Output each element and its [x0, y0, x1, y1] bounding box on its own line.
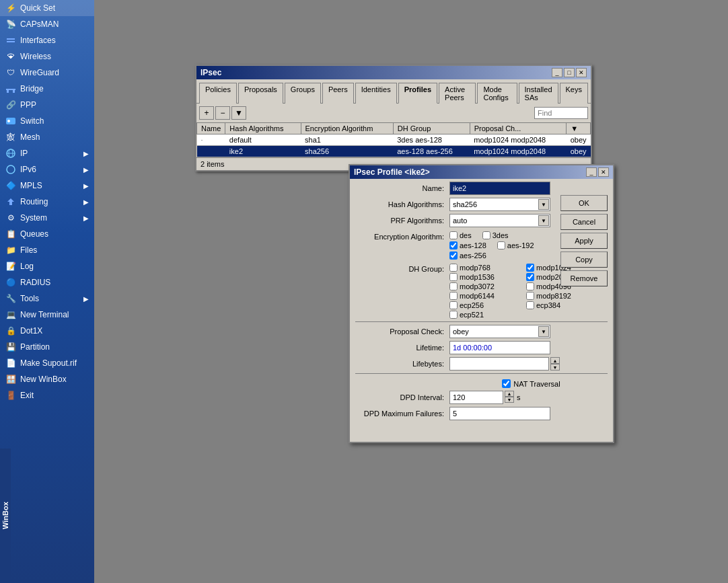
profile-close-button[interactable]: ✕ — [598, 167, 609, 177]
dh-modp3072-label[interactable]: modp3072 — [449, 282, 523, 290]
dh-modp768-label[interactable]: modp768 — [449, 264, 523, 272]
sidebar-item-make-supout[interactable]: 📄 Make Supout.rif — [0, 355, 94, 371]
enc-aes128-label[interactable]: aes-128 — [449, 241, 486, 249]
enc-aes256-checkbox[interactable] — [449, 251, 458, 260]
remove-profile-button[interactable]: Remove — [560, 270, 608, 286]
cancel-button[interactable]: Cancel — [560, 214, 608, 230]
sidebar-item-switch[interactable]: Switch — [0, 113, 94, 129]
sidebar-item-ipv6[interactable]: IPv6 ▶ — [0, 161, 94, 178]
sidebar-item-mesh[interactable]: 🕸 Mesh — [0, 129, 94, 145]
remove-button[interactable]: − — [215, 106, 230, 120]
enc-aes192-label[interactable]: aes-192 — [497, 241, 534, 249]
restore-button[interactable]: □ — [564, 68, 575, 77]
sidebar-item-routing[interactable]: Routing ▶ — [0, 194, 94, 210]
col-name-header[interactable]: Name — [197, 123, 225, 134]
sidebar-item-wireless[interactable]: Wireless — [0, 48, 94, 65]
dpd-interval-up[interactable]: ▲ — [505, 391, 514, 397]
sidebar-item-system[interactable]: ⚙ System ▶ — [0, 210, 94, 226]
table-row[interactable]: ike2 sha256 aes-128 aes-256 modp1024 mod… — [197, 146, 591, 157]
lifetime-input[interactable] — [449, 341, 550, 354]
name-input[interactable] — [449, 182, 550, 195]
minimize-button[interactable]: _ — [552, 68, 562, 77]
find-input[interactable] — [534, 107, 588, 119]
enc-aes256-label[interactable]: aes-256 — [449, 251, 486, 260]
hash-algorithms-select[interactable]: sha256 sha1 md5 sha512 — [449, 198, 550, 211]
enc-3des-label[interactable]: 3des — [482, 231, 509, 239]
enc-3des-checkbox[interactable] — [482, 231, 490, 239]
dpd-interval-down[interactable]: ▼ — [505, 397, 514, 403]
col-hash-header[interactable]: Hash Algorithms — [225, 123, 301, 134]
enc-aes192-checkbox[interactable] — [497, 241, 505, 249]
dh-modp4096-checkbox[interactable] — [526, 282, 534, 290]
dh-modp8192-label[interactable]: modp8192 — [526, 292, 600, 300]
sidebar-item-interfaces[interactable]: Interfaces — [0, 32, 94, 48]
tab-installed-sas[interactable]: Installed SAs — [519, 83, 558, 104]
close-button[interactable]: ✕ — [576, 68, 587, 77]
dh-modp1536-label[interactable]: modp1536 — [449, 273, 523, 281]
prf-algorithms-select[interactable]: auto sha1 sha256 — [449, 214, 550, 227]
dh-modp1024-checkbox[interactable] — [526, 264, 534, 272]
lifebytes-down[interactable]: ▼ — [550, 364, 560, 371]
sidebar-item-log[interactable]: 📝 Log — [0, 258, 94, 274]
sidebar-item-radius[interactable]: 🔵 RADIUS — [0, 274, 94, 290]
dh-modp8192-checkbox[interactable] — [526, 292, 534, 300]
lifebytes-input[interactable] — [449, 357, 549, 371]
dh-modp6144-checkbox[interactable] — [449, 292, 458, 300]
col-extra-header[interactable]: ▼ — [567, 123, 591, 134]
filter-button[interactable]: ▼ — [231, 106, 246, 120]
sidebar-item-wireguard[interactable]: 🛡 WireGuard — [0, 65, 94, 81]
dh-modp768-checkbox[interactable] — [449, 264, 458, 272]
enc-des-label[interactable]: des — [449, 231, 472, 239]
tab-proposals[interactable]: Proposals — [238, 83, 283, 104]
dh-ecp384-label[interactable]: ecp384 — [526, 301, 600, 309]
enc-des-checkbox[interactable] — [449, 231, 458, 239]
sidebar-item-ppp[interactable]: 🔗 PPP — [0, 97, 94, 113]
dpd-max-failures-input[interactable] — [449, 407, 550, 420]
tab-peers[interactable]: Peers — [322, 83, 354, 104]
tab-keys[interactable]: Keys — [560, 83, 588, 104]
dh-modp1536-checkbox[interactable] — [449, 273, 458, 281]
table-row[interactable]: · default sha1 3des aes-128 modp1024 mod… — [197, 134, 591, 146]
sidebar-item-bridge[interactable]: Bridge — [0, 81, 94, 97]
tab-mode-configs[interactable]: Mode Configs — [477, 83, 517, 104]
sidebar-item-ip[interactable]: IP ▶ — [0, 145, 94, 161]
tab-identities[interactable]: Identities — [355, 83, 397, 104]
tab-active-peers[interactable]: Active Peers — [439, 83, 476, 104]
lifebytes-up[interactable]: ▲ — [550, 357, 560, 364]
enc-aes128-checkbox[interactable] — [449, 241, 458, 249]
sidebar-item-files[interactable]: 📁 Files — [0, 242, 94, 258]
dh-ecp521-checkbox[interactable] — [449, 311, 458, 319]
nat-traversal-checkbox[interactable] — [502, 379, 511, 388]
profile-minimize-button[interactable]: _ — [586, 167, 597, 177]
proposal-check-select[interactable]: obey claim strict exact — [449, 325, 550, 338]
nat-traversal-label[interactable]: NAT Traversal — [502, 379, 560, 388]
dh-modp6144-label[interactable]: modp6144 — [449, 292, 523, 300]
dh-modp3072-checkbox[interactable] — [449, 282, 458, 290]
add-button[interactable]: + — [199, 106, 214, 120]
sidebar-item-capsman[interactable]: 📡 CAPsMAN — [0, 16, 94, 32]
sidebar-item-quickset[interactable]: ⚡ Quick Set — [0, 0, 94, 16]
sidebar-item-queues[interactable]: 📋 Queues — [0, 226, 94, 242]
apply-button[interactable]: Apply — [560, 233, 608, 249]
sidebar-item-new-winbox[interactable]: 🪟 New WinBox — [0, 371, 94, 387]
sidebar-item-new-terminal[interactable]: 💻 New Terminal — [0, 307, 94, 323]
dh-ecp384-checkbox[interactable] — [526, 301, 534, 309]
sidebar-item-mpls[interactable]: 🔷 MPLS ▶ — [0, 178, 94, 194]
col-dh-header[interactable]: DH Group — [393, 123, 470, 134]
col-enc-header[interactable]: Encryption Algorithm — [301, 123, 393, 134]
dh-ecp256-label[interactable]: ecp256 — [449, 301, 523, 309]
tab-profiles[interactable]: Profiles — [398, 83, 437, 104]
ok-button[interactable]: OK — [560, 195, 608, 211]
tab-policies[interactable]: Policies — [199, 83, 237, 104]
col-proposal-header[interactable]: Proposal Ch... — [470, 123, 566, 134]
copy-button[interactable]: Copy — [560, 251, 608, 268]
dh-modp2048-checkbox[interactable] — [526, 273, 534, 281]
sidebar-item-partition[interactable]: 💾 Partition — [0, 339, 94, 355]
tab-groups[interactable]: Groups — [285, 83, 321, 104]
sidebar-item-tools[interactable]: 🔧 Tools ▶ — [0, 290, 94, 307]
dh-ecp521-label[interactable]: ecp521 — [449, 311, 523, 319]
sidebar-item-exit[interactable]: 🚪 Exit — [0, 387, 94, 403]
dpd-interval-input[interactable] — [449, 391, 503, 404]
dh-ecp256-checkbox[interactable] — [449, 301, 458, 309]
sidebar-item-dot1x[interactable]: 🔒 Dot1X — [0, 323, 94, 339]
